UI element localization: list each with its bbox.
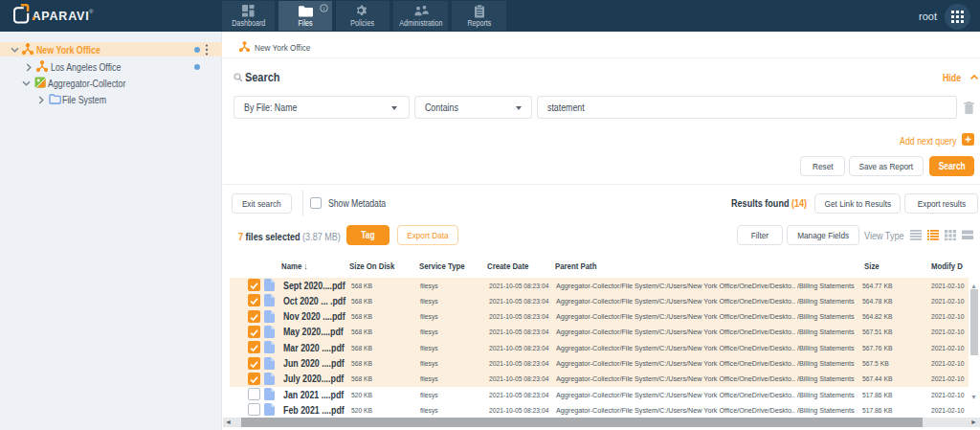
- svg-text:®: ®: [89, 9, 94, 14]
- svg-text:APARAVI: APARAVI: [33, 10, 90, 23]
- svg-text:i: i: [323, 6, 324, 11]
